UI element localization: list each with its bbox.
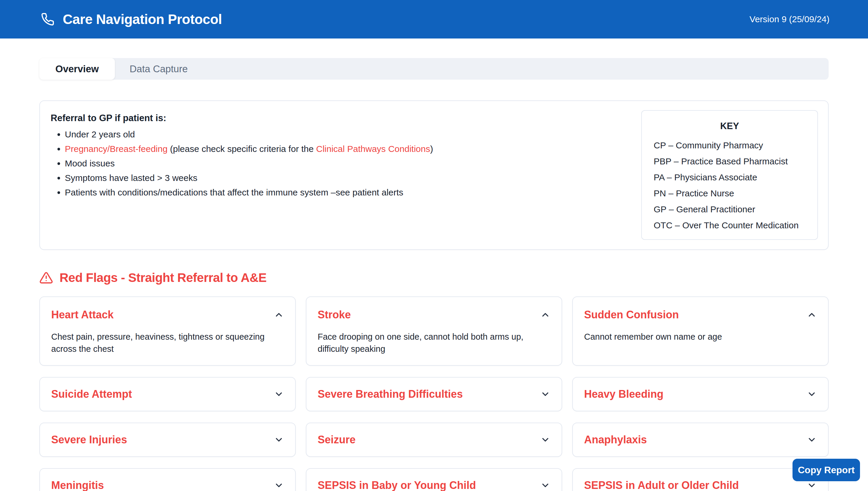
card-heart-attack[interactable]: Heart Attack Chest pain, pressure, heavi… (39, 296, 296, 366)
card-meningitis[interactable]: Meningitis (39, 468, 296, 491)
referral-heading: Referral to GP if patient is: (51, 112, 433, 125)
referral-item-text: Under 2 years old (65, 129, 135, 139)
card-sepsis-baby-young-child[interactable]: SEPSIS in Baby or Young Child (306, 468, 562, 491)
referral-item-text: (please check specific criteria for the (168, 144, 316, 154)
card-title: Severe Breathing Difficulties (318, 387, 463, 401)
referral-item-text: Mood issues (65, 158, 115, 168)
list-item: Pregnancy/Breast-feeding (please check s… (65, 144, 433, 154)
card-header[interactable]: Stroke (318, 308, 550, 322)
card-title: SEPSIS in Baby or Young Child (318, 478, 476, 491)
red-flag-cards-grid: Heart Attack Chest pain, pressure, heavi… (39, 296, 829, 491)
referral-item-text: Patients with conditions/medications tha… (65, 187, 403, 197)
page-title: Care Navigation Protocol (63, 11, 222, 27)
chevron-down-icon[interactable] (807, 389, 817, 399)
card-title: Anaphylaxis (584, 433, 647, 447)
card-header[interactable]: SEPSIS in Baby or Young Child (318, 478, 550, 491)
header-title-group: Care Navigation Protocol (41, 11, 222, 27)
card-header[interactable]: Seizure (318, 433, 550, 447)
key-item: PBP – Practice Based Pharmacist (654, 156, 806, 167)
card-severe-breathing-difficulties[interactable]: Severe Breathing Difficulties (306, 377, 562, 411)
card-anaphylaxis[interactable]: Anaphylaxis (572, 423, 829, 457)
chevron-down-icon[interactable] (274, 480, 284, 490)
abbreviation-key-panel: KEY CP – Community Pharmacy PBP – Practi… (641, 110, 818, 240)
pregnancy-breastfeeding-link[interactable]: Pregnancy/Breast-feeding (65, 144, 168, 154)
card-description: Cannot remember own name or age (584, 331, 817, 343)
phone-icon (41, 12, 55, 26)
tab-overview[interactable]: Overview (39, 58, 115, 80)
chevron-down-icon[interactable] (540, 480, 550, 490)
chevron-up-icon[interactable] (540, 310, 550, 320)
copy-report-label: Copy Report (798, 465, 855, 475)
list-item: Symptoms have lasted > 3 weeks (65, 173, 433, 183)
tab-overview-label: Overview (55, 63, 99, 75)
referral-item-text: Symptoms have lasted > 3 weeks (65, 173, 198, 183)
chevron-down-icon[interactable] (807, 480, 817, 490)
card-title: Heavy Bleeding (584, 387, 663, 401)
card-heavy-bleeding[interactable]: Heavy Bleeding (572, 377, 829, 411)
chevron-down-icon[interactable] (274, 389, 284, 399)
clinical-pathways-link[interactable]: Clinical Pathways Conditions (316, 144, 430, 154)
alert-triangle-icon (39, 271, 53, 285)
chevron-down-icon[interactable] (540, 389, 550, 399)
key-item: PN – Practice Nurse (654, 189, 806, 198)
key-item: PA – Physicians Associate (654, 172, 806, 182)
referral-criteria-panel: Referral to GP if patient is: Under 2 ye… (39, 100, 829, 250)
card-header[interactable]: Heart Attack (51, 308, 284, 322)
card-header[interactable]: Meningitis (51, 478, 284, 491)
card-header[interactable]: Severe Injuries (51, 433, 284, 447)
referral-list: Under 2 years old Pregnancy/Breast-feedi… (51, 129, 433, 198)
card-description: Chest pain, pressure, heaviness, tightne… (51, 331, 284, 355)
referral-criteria-content: Referral to GP if patient is: Under 2 ye… (51, 112, 433, 239)
card-sepsis-adult-older-child[interactable]: SEPSIS in Adult or Older Child (572, 468, 829, 491)
card-header[interactable]: Sudden Confusion (584, 308, 817, 322)
card-title: Sudden Confusion (584, 308, 679, 322)
list-item: Patients with conditions/medications tha… (65, 187, 433, 198)
copy-report-button[interactable]: Copy Report (792, 459, 860, 481)
card-header[interactable]: SEPSIS in Adult or Older Child (584, 478, 817, 491)
referral-item-text: ) (430, 144, 433, 154)
card-title: Suicide Attempt (51, 387, 132, 401)
card-suicide-attempt[interactable]: Suicide Attempt (39, 377, 296, 411)
key-item: OTC – Over The Counter Medication (654, 220, 806, 230)
card-title: Meningitis (51, 478, 104, 491)
key-item: CP – Community Pharmacy (654, 140, 806, 150)
card-header[interactable]: Anaphylaxis (584, 433, 817, 447)
card-stroke[interactable]: Stroke Face drooping on one side, cannot… (306, 296, 562, 366)
card-title: Seizure (318, 433, 356, 447)
card-header[interactable]: Severe Breathing Difficulties (318, 387, 550, 401)
red-flags-section-header: Red Flags - Straight Referral to A&E (39, 269, 829, 286)
key-heading: KEY (654, 121, 806, 132)
card-sudden-confusion[interactable]: Sudden Confusion Cannot remember own nam… (572, 296, 829, 366)
card-description: Face drooping on one side, cannot hold b… (318, 331, 550, 355)
tab-bar: Overview Data Capture (39, 58, 829, 80)
version-label: Version 9 (25/09/24) (750, 14, 830, 24)
tab-data-capture[interactable]: Data Capture (115, 58, 203, 80)
chevron-down-icon[interactable] (807, 435, 817, 445)
chevron-up-icon[interactable] (807, 310, 817, 320)
key-list: CP – Community Pharmacy PBP – Practice B… (654, 140, 806, 230)
card-title: Severe Injuries (51, 433, 127, 447)
card-header[interactable]: Heavy Bleeding (584, 387, 817, 401)
list-item: Mood issues (65, 158, 433, 169)
list-item: Under 2 years old (65, 129, 433, 140)
red-flags-title: Red Flags - Straight Referral to A&E (60, 269, 266, 286)
card-title: SEPSIS in Adult or Older Child (584, 478, 739, 491)
chevron-down-icon[interactable] (274, 435, 284, 445)
chevron-down-icon[interactable] (540, 435, 550, 445)
card-header[interactable]: Suicide Attempt (51, 387, 284, 401)
chevron-up-icon[interactable] (274, 310, 284, 320)
app-header: Care Navigation Protocol Version 9 (25/0… (0, 0, 868, 38)
card-title: Heart Attack (51, 308, 114, 322)
key-item: GP – General Practitioner (654, 204, 806, 214)
card-severe-injuries[interactable]: Severe Injuries (39, 423, 296, 457)
card-seizure[interactable]: Seizure (306, 423, 562, 457)
card-title: Stroke (318, 308, 351, 322)
tab-data-capture-label: Data Capture (130, 63, 188, 75)
